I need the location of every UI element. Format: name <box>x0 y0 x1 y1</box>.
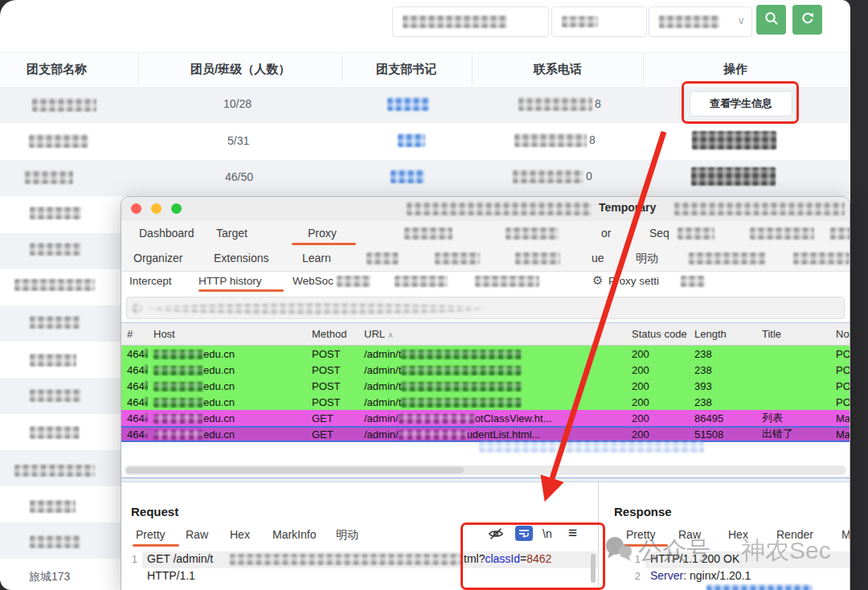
param-value: 8462 <box>526 552 551 565</box>
history-row[interactable]: 464 edu.cn POST /admin/t 200 238 POS <box>121 394 850 410</box>
redacted-secretary-link[interactable] <box>391 170 424 183</box>
request-line1[interactable]: GET /admin/ttml?classId=8462 <box>147 552 213 565</box>
history-row[interactable]: 464 edu.cn POST /admin/t 200 238 POS <box>121 362 850 378</box>
redacted-tab[interactable] <box>366 252 399 264</box>
redacted-tab[interactable] <box>435 252 480 264</box>
request-tab-raw[interactable]: Raw <box>186 528 208 541</box>
col-length[interactable]: Length <box>689 328 756 340</box>
request-line2[interactable]: HTTP/1.1 <box>147 569 195 582</box>
word-wrap-icon[interactable] <box>515 526 533 541</box>
grade-select[interactable]: ∨ <box>649 6 752 37</box>
redacted-tab[interactable] <box>793 252 850 264</box>
request-tab-pretty[interactable]: Pretty <box>136 528 166 541</box>
col-num[interactable]: # <box>121 328 148 340</box>
redacted-text <box>681 276 705 287</box>
redacted-tab[interactable] <box>506 227 559 240</box>
active-tab-underline <box>292 243 356 245</box>
redacted-action-button[interactable] <box>691 167 776 186</box>
redacted-branch-name <box>30 535 80 548</box>
search-input[interactable] <box>392 6 549 37</box>
subtab-websockets-partial[interactable]: WebSoc <box>293 275 334 287</box>
redacted-branch-name <box>30 316 80 329</box>
line-number: 1 <box>628 553 641 565</box>
redacted-branch-name <box>30 354 76 367</box>
col-method[interactable]: Method <box>306 328 358 340</box>
redacted-secretary-link[interactable] <box>398 133 425 147</box>
history-row[interactable]: 464 edu.cn POST /admin/t 200 238 POS <box>121 346 850 362</box>
request-tab-markinfo[interactable]: MarkInfo <box>272 528 316 541</box>
response-tab-raw[interactable]: Raw <box>678 528 701 541</box>
tab-mingdong[interactable]: 明动 <box>636 252 658 266</box>
history-header-row[interactable]: # Host Method URL ∧ Status code Length T… <box>121 322 850 346</box>
response-tab-partial[interactable]: M <box>841 528 850 541</box>
redacted-subtab[interactable] <box>337 276 371 287</box>
response-tab-render[interactable]: Render <box>776 528 813 541</box>
redacted-subtab[interactable] <box>395 276 448 287</box>
gear-icon[interactable]: ⚙ <box>592 273 603 288</box>
redacted-branch-name <box>14 465 95 477</box>
col-header-members: 团员/班级（人数） <box>190 62 290 77</box>
tab-organizer[interactable]: Organizer <box>133 252 182 264</box>
tab-dashboard[interactable]: Dashboard <box>139 227 194 240</box>
redacted-tab[interactable] <box>750 227 814 240</box>
redacted-secretary-link[interactable] <box>387 97 429 111</box>
response-tab-hex[interactable]: Hex <box>728 528 748 541</box>
close-icon[interactable] <box>131 203 141 214</box>
tab-learn[interactable]: Learn <box>302 252 331 264</box>
response-line2[interactable]: Server: nginx/1.20.1 <box>650 569 751 582</box>
history-row[interactable]: 464 edu.cn POST /admin/t 200 393 POS <box>121 378 850 394</box>
tab-partial-ue[interactable]: ue <box>592 252 604 264</box>
horizontal-scrollbar[interactable] <box>125 465 846 475</box>
redacted-tab[interactable] <box>689 252 766 264</box>
redacted-artifact <box>479 440 704 453</box>
active-subtab-underline <box>199 289 284 292</box>
subtab-http-history[interactable]: HTTP history <box>199 275 262 287</box>
hide-icon[interactable] <box>487 526 505 545</box>
minimize-icon[interactable] <box>151 203 162 214</box>
redacted-subtab[interactable] <box>475 276 539 287</box>
redacted-tab[interactable] <box>678 227 714 240</box>
screenshot-stage: ∨ 团支部名称 团员/班级（人数） 团支部书记 联系电话 操作 10/28 8 <box>0 0 868 590</box>
history-row-selected[interactable]: 464 edu.cn GET /admin/udentList.html... … <box>121 426 850 442</box>
redacted-branch-name <box>14 279 95 291</box>
request-response-divider[interactable] <box>598 481 599 590</box>
request-tab-mingdong[interactable]: 明动 <box>336 528 358 543</box>
search-button[interactable] <box>756 5 786 35</box>
redacted-action-button[interactable] <box>692 131 776 150</box>
active-request-tab-underline <box>133 544 179 547</box>
burp-titlebar[interactable]: Temporary <box>121 197 850 222</box>
filter-input[interactable] <box>551 6 647 37</box>
redacted-tab[interactable] <box>515 252 560 264</box>
view-student-info-button[interactable]: 查看学生信息 <box>690 91 792 117</box>
scrollbar-thumb[interactable] <box>126 467 464 473</box>
response-line1[interactable]: HTTP/1.1 200 OK <box>650 552 739 565</box>
redacted-tab[interactable] <box>404 227 452 240</box>
tab-proxy[interactable]: Proxy <box>308 227 337 240</box>
col-status[interactable]: Status code <box>626 328 689 340</box>
refresh-button[interactable] <box>792 5 822 35</box>
tab-target[interactable]: Target <box>216 227 248 240</box>
request-tab-hex[interactable]: Hex <box>230 528 250 541</box>
redacted-highlighted-text <box>706 584 813 590</box>
col-note[interactable]: Note <box>830 328 850 340</box>
col-url[interactable]: URL ∧ <box>358 328 626 340</box>
panel-split-divider[interactable] <box>121 477 850 482</box>
response-tab-pretty[interactable]: Pretty <box>626 528 656 541</box>
menu-icon[interactable]: ≡ <box>568 524 577 542</box>
redacted-tab[interactable] <box>830 227 850 240</box>
newline-toggle-icon[interactable]: \n <box>542 527 552 540</box>
tab-partial-or[interactable]: or <box>601 227 611 240</box>
vertical-scrollbar[interactable] <box>591 554 596 583</box>
redacted-phone <box>513 170 583 183</box>
col-title[interactable]: Title <box>756 328 830 340</box>
col-host[interactable]: Host <box>148 328 306 340</box>
redacted-url-path <box>230 554 461 565</box>
tab-sequencer-partial[interactable]: Seq <box>649 227 669 240</box>
subtab-intercept[interactable]: Intercept <box>129 275 172 287</box>
response-panel-title: Response <box>614 505 672 518</box>
history-row[interactable]: 464 edu.cn GET /admin/otClassView.ht... … <box>121 410 850 426</box>
proxy-settings-link[interactable]: Proxy setti <box>608 275 659 287</box>
tab-extensions[interactable]: Extensions <box>214 252 268 264</box>
maximize-icon[interactable] <box>171 203 182 214</box>
history-filter-bar[interactable] <box>126 297 845 319</box>
